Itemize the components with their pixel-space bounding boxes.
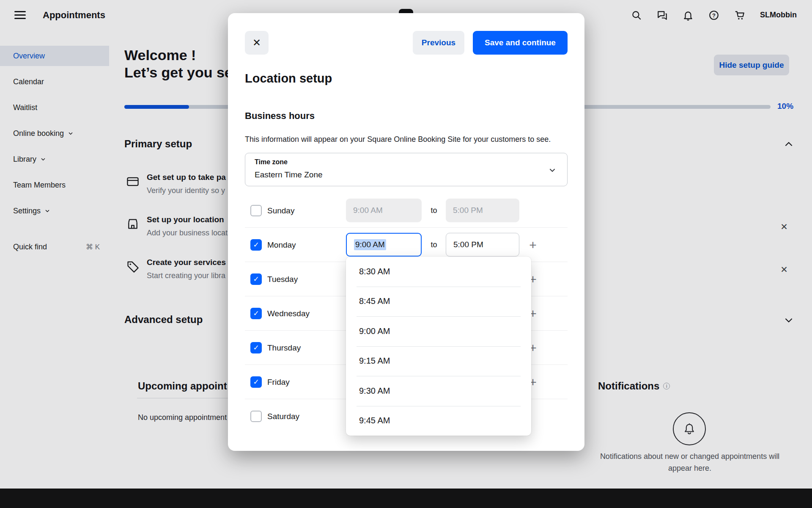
day-label: Friday — [267, 365, 290, 399]
checkbox-tuesday[interactable]: ✓ — [250, 273, 262, 285]
time-option[interactable]: 8:45 AM — [346, 287, 531, 317]
time-value: 5:00 PM — [453, 206, 483, 215]
time-option[interactable]: 8:30 AM — [346, 257, 531, 287]
day-label: Wednesday — [267, 296, 310, 331]
time-options-dropdown: 8:30 AM 8:45 AM 9:00 AM 9:15 AM 9:30 AM … — [346, 257, 531, 436]
business-hours-description: This information will appear on your Squ… — [245, 135, 551, 144]
add-hours-button[interactable]: + — [527, 239, 539, 251]
location-setup-modal: ✕ Previous Save and continue Location se… — [228, 13, 584, 451]
day-label: Sunday — [267, 193, 294, 228]
checkmark-icon: ✓ — [253, 378, 259, 387]
modal-title: Location setup — [245, 72, 332, 86]
business-hours-title: Business hours — [245, 110, 315, 121]
checkmark-icon: ✓ — [253, 275, 259, 284]
checkmark-icon: ✓ — [253, 343, 259, 352]
time-value: 9:00 AM — [353, 206, 383, 215]
day-label: Saturday — [267, 399, 299, 433]
checkbox-saturday[interactable] — [250, 411, 262, 422]
chevron-down-icon — [549, 166, 556, 174]
timezone-label: Time zone — [255, 158, 288, 166]
time-option[interactable]: 9:30 AM — [346, 376, 531, 406]
checkbox-sunday[interactable] — [250, 205, 262, 216]
time-value: 5:00 PM — [453, 240, 483, 249]
to-label: to — [425, 193, 442, 228]
checkbox-thursday[interactable]: ✓ — [250, 342, 262, 353]
selected-time-text: 9:00 AM — [354, 239, 386, 250]
timezone-select[interactable]: Time zone Eastern Time Zone — [245, 153, 568, 186]
day-label: Thursday — [267, 331, 301, 365]
close-button[interactable]: ✕ — [245, 31, 269, 55]
day-row-sunday: Sunday 9:00 AM to 5:00 PM — [245, 193, 568, 228]
previous-button[interactable]: Previous — [413, 31, 464, 55]
time-option[interactable]: 9:15 AM — [346, 346, 531, 376]
time-option[interactable]: 9:45 AM — [346, 406, 531, 436]
time-option[interactable]: 9:00 AM — [346, 316, 531, 346]
checkbox-friday[interactable]: ✓ — [250, 376, 262, 388]
monday-start-time-input[interactable]: 9:00 AM — [346, 233, 422, 257]
screen: Appointments ? SLMobbin Overview — [0, 0, 812, 508]
checkbox-monday[interactable]: ✓ — [250, 239, 262, 251]
day-label: Monday — [267, 228, 296, 262]
sunday-end-time-input[interactable]: 5:00 PM — [446, 199, 519, 222]
checkmark-icon: ✓ — [253, 309, 259, 318]
save-and-continue-button[interactable]: Save and continue — [473, 31, 568, 55]
monday-end-time-input[interactable]: 5:00 PM — [446, 233, 519, 257]
day-label: Tuesday — [267, 262, 298, 296]
timezone-value: Eastern Time Zone — [255, 170, 323, 179]
sunday-start-time-input[interactable]: 9:00 AM — [346, 199, 422, 222]
checkmark-icon: ✓ — [253, 240, 259, 249]
checkbox-wednesday[interactable]: ✓ — [250, 308, 262, 319]
